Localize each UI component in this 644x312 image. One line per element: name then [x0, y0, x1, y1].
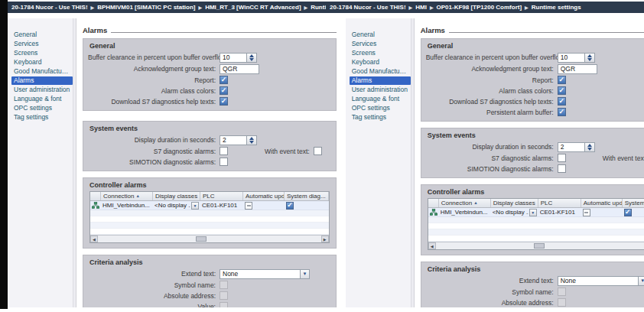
sidebar-item-screens[interactable]: Screens	[350, 49, 411, 57]
report-checkbox[interactable]	[558, 76, 566, 84]
display-duration-input[interactable]	[220, 135, 247, 145]
alarm-class-colors-checkbox[interactable]	[558, 86, 566, 95]
breadcrumb-segment[interactable]: HMI	[415, 4, 427, 11]
buffer-clearance-input[interactable]	[220, 53, 247, 63]
sidebar-item-good-manufacturing[interactable]: Good Manufacturin...	[350, 67, 411, 76]
dropdown-arrow-icon[interactable]: ▼	[639, 276, 644, 286]
scrollbar-track[interactable]	[436, 242, 644, 249]
sidebar-item-tag-settings[interactable]: Tag settings	[350, 113, 411, 122]
scrollbar-track[interactable]	[98, 236, 321, 242]
scroll-left-button[interactable]: ◀	[428, 242, 436, 249]
sidebar-item-alarms[interactable]: Alarms	[350, 76, 411, 85]
spinner-buttons[interactable]	[247, 135, 257, 145]
column-header-display-classes[interactable]: Display classes	[491, 199, 538, 207]
sidebar-item-services[interactable]: Services	[350, 40, 411, 48]
with-event-text-checkbox[interactable]	[314, 147, 322, 155]
column-header-plc[interactable]: PLC	[538, 199, 581, 207]
buffer-clearance-input[interactable]	[558, 53, 585, 63]
controller-alarms-table: Connection ▲ Display classes PLC Automat…	[89, 191, 330, 243]
breadcrumb-segment[interactable]: 20-1784 Nucor - Use THIS!	[330, 4, 406, 11]
system-diagnostics-checkbox[interactable]	[624, 209, 632, 216]
cell-automatic-update[interactable]	[243, 201, 285, 210]
sidebar-item-language-font[interactable]: Language & font	[350, 95, 411, 103]
sidebar-item-opc-settings[interactable]: OPC settings	[11, 104, 73, 112]
display-duration-label: Display duration in seconds:	[88, 136, 220, 144]
table-horizontal-scrollbar[interactable]: ◀ ▶	[90, 235, 329, 242]
column-header-label: Display classes	[493, 200, 535, 206]
dropdown-arrow-icon[interactable]: ▼	[301, 269, 310, 279]
sidebar-item-user-administration[interactable]: User administration	[350, 86, 411, 94]
cell-system-diagnostics[interactable]	[285, 201, 329, 210]
cell-plc[interactable]: CE01-KF101	[200, 201, 243, 210]
scroll-left-button[interactable]: ◀	[90, 236, 98, 242]
row-selector-cell[interactable]	[90, 201, 101, 210]
scrollbar-thumb[interactable]	[534, 243, 545, 249]
breadcrumb-segment[interactable]: OP01-KF98 [TP1200 Comfort]	[437, 4, 522, 11]
cell-plc[interactable]: CE01-KF101	[538, 208, 581, 216]
extend-text-dropdown[interactable]: None ▼	[558, 276, 644, 286]
sidebar-item-general[interactable]: General	[11, 31, 73, 39]
cell-connection[interactable]: HMI_Verbindun...	[439, 208, 491, 216]
simotion-diagnostic-alarms-checkbox[interactable]	[558, 164, 566, 173]
column-header-display-classes[interactable]: Display classes	[153, 192, 200, 200]
cell-display-classes[interactable]: <No display ... ▼	[153, 201, 200, 210]
sidebar-item-screens[interactable]: Screens	[11, 49, 73, 57]
extend-text-dropdown[interactable]: None ▼	[220, 269, 310, 279]
sidebar-item-good-manufacturing[interactable]: Good Manufacturin...	[11, 67, 73, 76]
simotion-diagnostic-alarms-checkbox[interactable]	[220, 158, 228, 166]
table-row[interactable]: HMI_Verbindun... <No display ... ▼ CE01-…	[90, 201, 329, 210]
alarm-class-colors-checkbox[interactable]	[220, 86, 228, 95]
sidebar-item-language-font[interactable]: Language & font	[11, 95, 73, 103]
table-horizontal-scrollbar[interactable]: ◀ ▶	[428, 242, 644, 249]
sidebar-item-opc-settings[interactable]: OPC settings	[350, 104, 411, 112]
cell-connection[interactable]: HMI_Verbindun...	[101, 201, 153, 210]
sidebar-item-services[interactable]: Services	[11, 40, 73, 48]
download-s7-help-checkbox[interactable]	[220, 97, 228, 106]
cell-automatic-update[interactable]	[581, 208, 623, 216]
cell-display-classes[interactable]: <No display ... ▼	[491, 208, 538, 216]
s7-diagnostic-alarms-checkbox[interactable]	[558, 154, 566, 162]
ack-group-text-input[interactable]	[220, 64, 259, 74]
table-empty-row	[90, 229, 329, 235]
breadcrumb-segment[interactable]: BPHMIVM01 [SIMATIC PC station]	[97, 4, 195, 11]
column-header-connection[interactable]: Connection ▲	[101, 192, 153, 200]
sidebar-item-keyboard[interactable]: Keyboard	[11, 58, 73, 67]
tia-portal-runtime-settings-screen: 20-1784 Nucor - Use THIS! ▶ BPHMIVM01 [S…	[0, 0, 644, 312]
column-header-connection[interactable]: Connection ▲	[439, 199, 491, 207]
sidebar-item-keyboard[interactable]: Keyboard	[350, 58, 411, 67]
column-header-system-diagnostics[interactable]: System diag...	[285, 192, 329, 200]
spinner-buttons[interactable]	[585, 53, 595, 63]
column-header-plc[interactable]: PLC	[200, 192, 243, 200]
spinner-buttons[interactable]	[247, 53, 257, 63]
persistent-alarm-buffer-checkbox[interactable]	[558, 108, 566, 116]
cell-system-diagnostics[interactable]	[623, 208, 644, 216]
display-duration-input[interactable]	[558, 142, 585, 152]
s7-diagnostic-alarms-checkbox[interactable]	[220, 147, 228, 155]
breadcrumb-segment[interactable]: 20-1784 Nucor - Use THIS!	[11, 4, 88, 11]
sort-ascending-icon: ▲	[135, 194, 139, 199]
with-event-text-label: With event text:	[603, 154, 644, 162]
system-diagnostics-checkbox[interactable]	[286, 202, 294, 210]
display-classes-dropdown-button[interactable]: ▼	[191, 202, 199, 210]
scroll-right-button[interactable]: ▶	[321, 236, 329, 242]
table-row[interactable]: HMI_Verbindun... <No display ... ▼ CE01-…	[428, 208, 644, 217]
automatic-update-checkbox[interactable]	[245, 202, 252, 210]
automatic-update-checkbox[interactable]	[583, 209, 590, 216]
ack-group-text-input[interactable]	[558, 64, 597, 74]
column-header-automatic-update[interactable]: Automatic upd...	[581, 199, 623, 207]
sidebar-item-user-administration[interactable]: User administration	[11, 86, 73, 94]
download-s7-help-checkbox[interactable]	[558, 97, 566, 106]
spinner-buttons[interactable]	[585, 142, 595, 152]
breadcrumb-segment[interactable]: HMI_RT_3 [WinCC RT Advanced]	[205, 4, 301, 11]
sidebar-item-general[interactable]: General	[350, 31, 411, 39]
display-classes-dropdown-button[interactable]: ▼	[529, 209, 537, 216]
scrollbar-thumb[interactable]	[196, 236, 207, 242]
column-header-automatic-update[interactable]: Automatic upd...	[243, 192, 285, 200]
breadcrumb-segment[interactable]: Runtime settings	[532, 4, 581, 11]
sidebar-item-tag-settings[interactable]: Tag settings	[11, 113, 73, 122]
sidebar-item-alarms[interactable]: Alarms	[11, 76, 73, 85]
row-selector-cell[interactable]	[428, 208, 439, 216]
breadcrumb-segment[interactable]: Runtime settings	[311, 4, 326, 11]
report-checkbox[interactable]	[220, 76, 228, 84]
column-header-system-diagnostics[interactable]: System diag...	[623, 199, 644, 207]
